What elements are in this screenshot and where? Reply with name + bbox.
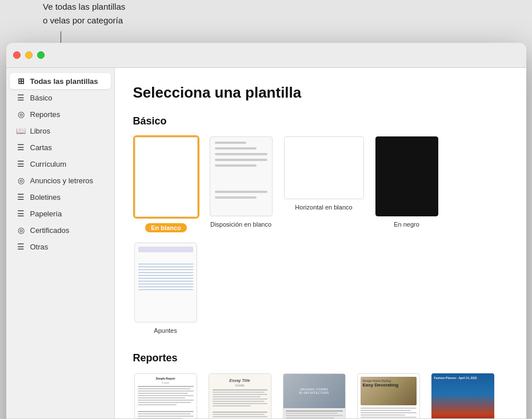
sidebar-item-cartas[interactable]: ☰ Cartas xyxy=(10,139,111,155)
template-item-notes[interactable]: Apuntes xyxy=(133,241,198,334)
section-title-basico: Básico xyxy=(133,115,508,127)
other-icon: ☰ xyxy=(17,242,26,251)
template-name-layout: Disposición en blanco xyxy=(210,221,271,228)
selected-badge: En blanco xyxy=(145,223,187,232)
sidebar-item-certificados[interactable]: ◎ Certificados xyxy=(10,222,111,238)
template-thumb-photo[interactable]: Fashion Planner · April 14, 2022 Photo R… xyxy=(430,372,495,419)
template-item-essay[interactable]: Essay Title Subtitle xyxy=(207,372,273,419)
template-item-minimal[interactable]: ORGANIC FORMSIN ARCHITECTURE xyxy=(282,372,347,419)
sidebar-item-basico[interactable]: ☰ Básico xyxy=(10,90,111,106)
template-picker-window: ⊞ Todas las plantillas ☰ Básico ◎ Report… xyxy=(6,43,526,419)
newsletter-icon: ☰ xyxy=(17,192,26,202)
template-thumb-simple-report[interactable]: Simple Report Subtitle xyxy=(133,372,198,419)
cert-icon: ◎ xyxy=(17,225,26,235)
template-item-layout[interactable]: Disposición en blanco xyxy=(209,135,274,232)
main-content: Selecciona una plantilla Básico En blanc… xyxy=(115,68,526,419)
sidebar-item-curriculum[interactable]: ☰ Currículum xyxy=(10,156,111,172)
stationery-icon: ☰ xyxy=(17,209,26,218)
sidebar-item-reportes[interactable]: ◎ Reportes xyxy=(10,106,111,122)
template-item-black[interactable]: En negro xyxy=(374,135,439,232)
book-icon: 📖 xyxy=(17,126,26,135)
templates-grid-reportes: Simple Report Subtitle xyxy=(133,372,508,419)
resume-icon: ☰ xyxy=(17,159,26,168)
template-item-horizontal[interactable]: Horizontal en blanco xyxy=(283,135,365,232)
template-thumb-notes[interactable] xyxy=(133,241,198,324)
template-item-blank[interactable]: En blanco xyxy=(133,135,199,232)
close-button[interactable] xyxy=(13,51,21,59)
maximize-button[interactable] xyxy=(37,51,45,59)
doc-icon: ☰ xyxy=(17,143,26,152)
list-icon: ☰ xyxy=(17,93,26,102)
circle-icon: ◎ xyxy=(17,110,26,119)
template-name-horizontal: Horizontal en blanco xyxy=(295,204,352,211)
templates-grid-basico: En blanco xyxy=(133,135,508,334)
template-item-photo-report[interactable]: Fashion Planner · April 14, 2022 Photo R… xyxy=(430,372,495,419)
sidebar-item-anuncios[interactable]: ◎ Anuncios y letreros xyxy=(10,172,111,188)
template-item-simple-report[interactable]: Simple Report Subtitle xyxy=(133,372,198,419)
template-thumb-contemporary[interactable]: Simple Home Styling Easy Decorating xyxy=(356,372,421,419)
minimize-button[interactable] xyxy=(25,51,33,59)
callout-text: Ve todas las plantillas o velas por cate… xyxy=(43,0,125,27)
template-name-black: En negro xyxy=(394,221,419,228)
template-thumb-black[interactable] xyxy=(374,135,439,217)
sidebar-item-todas[interactable]: ⊞ Todas las plantillas xyxy=(10,73,111,89)
sidebar-item-boletines[interactable]: ☰ Boletines xyxy=(10,189,111,205)
template-name-notes: Apuntes xyxy=(154,327,177,334)
template-thumb-layout[interactable] xyxy=(209,135,274,217)
grid-icon: ⊞ xyxy=(17,76,26,86)
page-title: Selecciona una plantilla xyxy=(133,84,508,102)
template-thumb-minimal[interactable]: ORGANIC FORMSIN ARCHITECTURE xyxy=(282,372,347,419)
template-thumb-essay[interactable]: Essay Title Subtitle xyxy=(207,372,273,419)
sign-icon: ◎ xyxy=(17,176,26,185)
sidebar-item-otras[interactable]: ☰ Otras xyxy=(10,239,111,255)
window-content: ⊞ Todas las plantillas ☰ Básico ◎ Report… xyxy=(6,68,526,419)
titlebar xyxy=(6,43,526,68)
template-thumb-blank[interactable] xyxy=(133,135,199,219)
sidebar-item-libros[interactable]: 📖 Libros xyxy=(10,123,111,139)
section-title-reportes: Reportes xyxy=(133,352,508,364)
sidebar: ⊞ Todas las plantillas ☰ Básico ◎ Report… xyxy=(6,68,115,419)
template-thumb-horizontal[interactable] xyxy=(283,135,365,200)
template-item-contemporary[interactable]: Simple Home Styling Easy Decorating xyxy=(356,372,421,419)
traffic-lights xyxy=(13,51,45,59)
sidebar-item-papeleria[interactable]: ☰ Papelería xyxy=(10,206,111,221)
